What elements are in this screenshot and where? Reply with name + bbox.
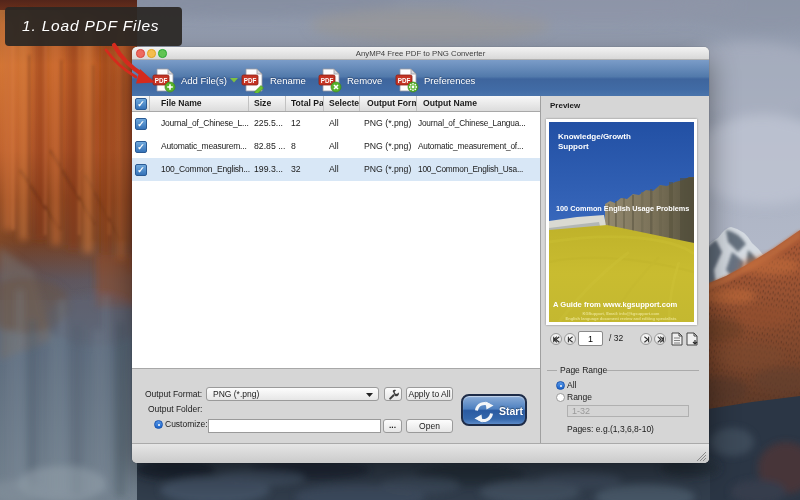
svg-text:Knowledge/Growth: Knowledge/Growth — [558, 132, 631, 141]
svg-text:100 Common English Usage Probl: 100 Common English Usage Problems — [556, 204, 689, 213]
svg-text:English language document revi: English language document review and edi… — [566, 316, 678, 321]
svg-text:Support: Support — [558, 142, 589, 151]
svg-text:A Guide from www.kgsupport.com: A Guide from www.kgsupport.com — [553, 300, 678, 309]
